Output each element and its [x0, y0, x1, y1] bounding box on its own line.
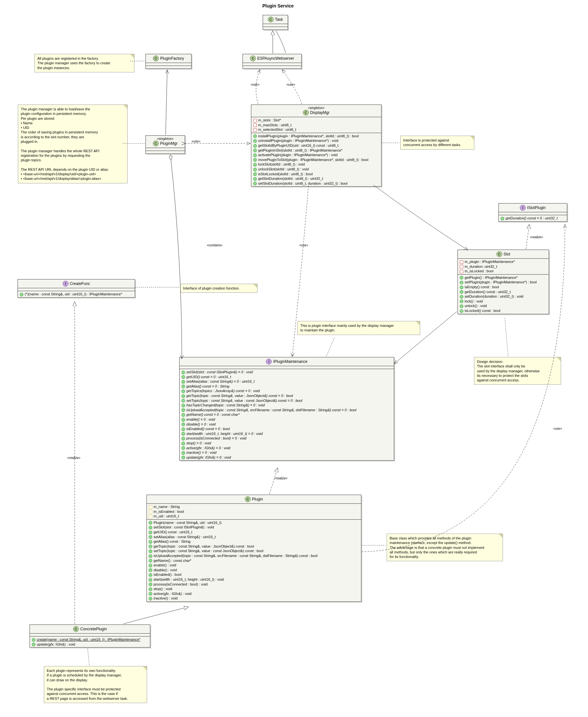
class-createfunc: ICreateFunc (*)(name : const String&, ui… [18, 279, 135, 298]
member: m_slots : Slot* [253, 118, 380, 123]
class-icon: C [268, 17, 274, 22]
member: enable() : void [148, 563, 360, 568]
note-factory: All plugins are registered in the factor… [35, 54, 134, 72]
rel-use: «use» [299, 243, 309, 247]
class-icon: C [245, 496, 251, 502]
note-pluginmgr: The plugin manager is able to load/save … [18, 105, 128, 183]
member: unlockSlot(slotId : uint8_t) : void [253, 167, 380, 172]
member: m_isLocked : bool [459, 269, 547, 274]
member: isSlotLocked(slotId : uint8_t) : bool [253, 172, 380, 177]
member: setAlias(alias : const String&) : uint16… [148, 535, 360, 540]
rel-use-slot: «use» [553, 427, 563, 430]
member: setTopic(topic : const String&, value : … [181, 398, 393, 403]
class-icon: C [153, 140, 159, 146]
member: getPlugin() : IPluginMaintenance* [459, 275, 547, 280]
member: update(gfx: IGfx&) : void [31, 642, 149, 647]
member: lock() : void [459, 299, 547, 304]
member: inactive() = 0 : void [181, 450, 393, 455]
rel-realize-1: «realize» [529, 235, 544, 239]
member: movePluginToSlot(plugin : IPluginMainten… [253, 157, 380, 162]
class-espasyncwebserver: CESPAsyncWebserver [243, 54, 302, 69]
member: m_maxSlots : uint8_t [253, 123, 380, 128]
member: getTopic(topic : const String&, value : … [181, 393, 393, 398]
member: m_uid : uint16_t [148, 514, 360, 519]
member: enable() = 0 : void [181, 417, 393, 422]
member: start(width : uint16_t, height : uint16_… [148, 577, 360, 582]
member: active(gfx : IGfx&) = 0 : void [181, 446, 393, 451]
class-icon: C [73, 626, 79, 632]
class-pluginmgr: «singleton»CPluginMgr [145, 135, 185, 154]
class-icon: C [153, 56, 159, 61]
member: getPluginInSlot(slotId : uint8_t) : IPlu… [253, 148, 380, 153]
member: setTopic(topic : const String&, value : … [148, 548, 360, 553]
rel-realize-2: «realize» [67, 456, 81, 460]
class-concreteplugin: CConcretePlugin create(name : const Stri… [29, 625, 150, 648]
member: isUploadAccepted(topic : const String&, … [148, 553, 360, 558]
member: m_duration: uint32_t [459, 264, 547, 269]
class-slot: CSlot m_plugin : IPluginMaintenance*m_du… [458, 249, 549, 314]
member: m_name : String [148, 504, 360, 509]
member: m_selectedSlot : uint8_t [253, 127, 380, 132]
member: getSlotDuration(slotId : uint8_t) : uint… [253, 176, 380, 181]
member: setSlot(slot : const ISlotPlugin&) = 0 :… [181, 370, 393, 374]
member: getDuration() const : uint32_t [459, 289, 547, 295]
note-createfunc: Interface of plugin creation function. [180, 284, 257, 293]
member: Plugin(name : const String&, uid : uint1… [148, 520, 360, 525]
member: stop() : void [148, 587, 360, 591]
note-displaymgr: Interface is protected against concurren… [400, 136, 474, 150]
member: unlock() : void [459, 303, 547, 308]
member: isEnabled() : bool [148, 572, 360, 577]
member: setSlot(slot : const ISlotPlugin&) : voi… [148, 525, 360, 530]
member: hasTopicChanged(topic : const String&) =… [181, 403, 393, 408]
class-icon: C [497, 251, 502, 257]
rel-use-3: «use» [191, 139, 201, 143]
member: getName() const = 0 : const char* [181, 412, 393, 417]
note-plugin: Base class which provides all methods of… [387, 534, 503, 561]
class-displaymgr: «singleton»CDisplayMgr m_slots : Slot*m_… [251, 105, 381, 187]
class-icon: C [250, 56, 256, 61]
member: disable() : void [148, 568, 360, 572]
interface-icon: I [63, 281, 68, 287]
class-islotplugin: IISlotPlugin getDuration() const = 0 : u… [498, 203, 567, 222]
interface-icon: I [520, 205, 526, 211]
member: process(isConnected : bool) = 0 : void [181, 436, 393, 441]
member: getUID() const : uint16_t [148, 530, 360, 535]
rel-use-1: «use» [250, 83, 260, 86]
member: getTopics(topics : JsonArray&) const = 0… [181, 389, 393, 393]
class-icon: C [303, 110, 309, 115]
class-ipluginmaintenance: IIPluginMaintenance setSlot(slot : const… [179, 357, 394, 461]
member: m_plugin : IPluginMaintenance* [459, 259, 547, 264]
member: getAlias() const = 0 : String [181, 384, 393, 389]
member: isUploadAccepted(topic : const String&, … [181, 408, 393, 413]
member: isEmpty() const : bool [459, 285, 547, 289]
member: (*)(name : const String&, uid : uint16_t… [19, 292, 133, 297]
member: isLocked() const : bool [459, 308, 547, 313]
member: setSlotDuration(slotId : uint8_t, durati… [253, 181, 380, 186]
note-ipluginmaintenance: This is plugin interface mainly used by … [297, 321, 420, 335]
rel-realize-3: «realize» [274, 477, 288, 480]
member: getUID() const = 0 : uint16_t [181, 374, 393, 379]
member: uninstallPlugin(plugin : IPluginMaintena… [253, 138, 380, 143]
member: stop() = 0 : void [181, 441, 393, 446]
diagram-title: Plugin Service [262, 3, 294, 8]
member: create(name : const String&, uid : uint1… [31, 637, 149, 642]
rel-contains: «contains» [206, 243, 223, 247]
member: isEnabled() const = 0 : bool [181, 427, 393, 431]
member: update(gfx: IGfx&) = 0 : void [181, 455, 393, 460]
member: setAlias(alias : const String&) = 0 : ui… [181, 379, 393, 384]
member: activatePlugin(plugin : IPluginMaintenan… [253, 153, 380, 157]
member: active(gfx : IGfx&) : void [148, 591, 360, 596]
member: disable() = 0 : void [181, 422, 393, 427]
rel-use-2: «use» [286, 83, 296, 86]
member: setPlugin(plugin : IPluginMaintenance*) … [459, 280, 547, 285]
member: getSlotIdByPluginUID(uid : uint16_t) con… [253, 143, 380, 148]
member: getDuration() const = 0 : uint32_t [500, 216, 566, 221]
interface-icon: I [266, 358, 272, 365]
member: getTopic(topic : const String&, value : … [148, 544, 360, 549]
class-pluginfactory: CPluginFactory [145, 54, 192, 69]
member: process(isConnected : bool) : void [148, 582, 360, 587]
class-plugin: CPlugin m_name : Stringm_isEnabled : boo… [146, 495, 361, 602]
member: m_isEnabled : bool [148, 509, 360, 514]
member: getName() : const char* [148, 558, 360, 563]
member: start(width : uint16_t, height : uint16_… [181, 431, 393, 436]
